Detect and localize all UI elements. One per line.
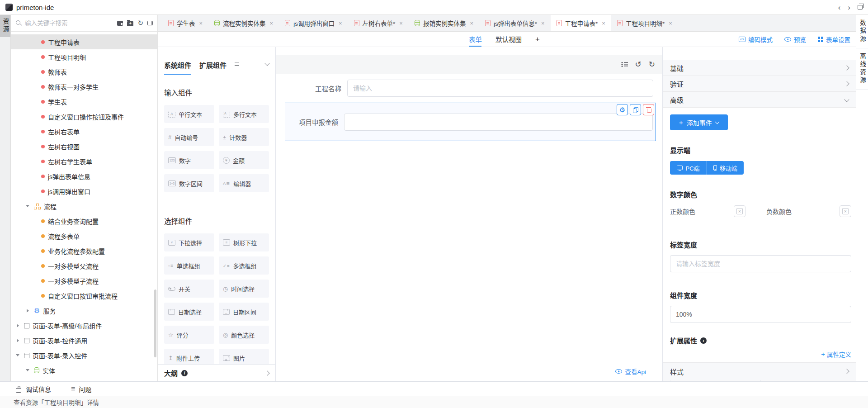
- form-field-project-name[interactable]: 工程名称: [285, 80, 653, 97]
- tree-item[interactable]: 页面-表单-控件通用: [11, 333, 157, 348]
- file-tab[interactable]: 左树右表单*: [348, 15, 409, 31]
- palette-item[interactable]: 日期区间: [219, 303, 269, 321]
- tree-item[interactable]: 结合业务查询配置: [11, 213, 157, 228]
- tree-item[interactable]: 业务化流程参数配置: [11, 243, 157, 258]
- close-icon[interactable]: [541, 20, 545, 26]
- field-input[interactable]: [347, 80, 653, 97]
- tree-item[interactable]: 教师表一对多学生: [11, 79, 157, 94]
- tree-scrollbar[interactable]: [154, 289, 156, 357]
- add-event-button[interactable]: 添加事件: [670, 114, 728, 130]
- new-model-icon[interactable]: [117, 21, 123, 26]
- tree-item[interactable]: 流程多表单: [11, 228, 157, 243]
- close-icon[interactable]: [669, 20, 672, 26]
- expander-icon[interactable]: [14, 354, 21, 356]
- tree-item[interactable]: 工程申请表: [11, 34, 157, 49]
- palette-item[interactable]: 开关: [164, 280, 214, 298]
- file-tab[interactable]: 学生表: [162, 15, 208, 31]
- refresh-icon[interactable]: [137, 19, 143, 27]
- palette-item[interactable]: 时间选择: [219, 280, 269, 298]
- tree-item[interactable]: 页面-表单-高级/布局组件: [11, 318, 157, 333]
- form-settings-button[interactable]: 表单设置: [818, 35, 850, 44]
- inspector-accordion[interactable]: 基础: [663, 60, 856, 76]
- tree-item[interactable]: 自定义窗口操作按钮及事件: [11, 109, 157, 124]
- rail-tab[interactable]: 离线资源: [856, 48, 868, 90]
- file-tab[interactable]: js弹出表单信息*: [479, 15, 551, 31]
- tree-item[interactable]: 左树右表单: [11, 124, 157, 139]
- form-field-declared-amount[interactable]: 项目申报金额: [285, 103, 656, 141]
- menu-icon[interactable]: [235, 62, 239, 66]
- add-view-button[interactable]: +: [535, 32, 540, 47]
- widget-settings-button[interactable]: [617, 104, 628, 115]
- code-mode-button[interactable]: 编码模式: [739, 35, 773, 44]
- style-accordion[interactable]: 样式: [663, 362, 856, 380]
- redo-icon[interactable]: [649, 61, 655, 68]
- palette-item[interactable]: 单选框组: [164, 256, 214, 275]
- palette-item[interactable]: 日期选择: [164, 303, 214, 321]
- window-restore-icon[interactable]: [858, 5, 863, 9]
- debug-info-tab[interactable]: 调试信息: [15, 384, 51, 394]
- component-width-input[interactable]: [670, 306, 851, 323]
- tree-item[interactable]: 教师表: [11, 64, 157, 79]
- palette-item[interactable]: 评分: [164, 326, 214, 344]
- field-input[interactable]: [344, 114, 653, 131]
- negative-color-picker[interactable]: [840, 205, 851, 217]
- tab-form[interactable]: 表单: [469, 32, 482, 47]
- expander-icon[interactable]: [24, 309, 31, 313]
- tree-item[interactable]: js调用弹出窗口: [11, 184, 157, 199]
- widget-copy-button[interactable]: [630, 104, 641, 115]
- add-property-link[interactable]: 属性定义: [670, 350, 851, 359]
- expander-icon[interactable]: [14, 324, 21, 327]
- file-tab[interactable]: 报销实例实体集: [409, 15, 479, 31]
- palette-item[interactable]: 单行文本: [164, 105, 214, 123]
- palette-item[interactable]: 计数器: [219, 128, 269, 146]
- file-tab[interactable]: 工程项目明细*: [611, 15, 678, 31]
- close-icon[interactable]: [270, 20, 274, 26]
- outline-icon[interactable]: [621, 62, 628, 67]
- preview-button[interactable]: 预览: [784, 35, 806, 44]
- palette-item[interactable]: 金额: [219, 151, 269, 169]
- label-width-input[interactable]: [670, 255, 851, 272]
- file-tab[interactable]: js调用弹出窗口: [279, 15, 348, 31]
- chevron-down-icon[interactable]: [264, 61, 269, 66]
- outline-bar[interactable]: 大纲: [158, 364, 275, 381]
- tab-system-components[interactable]: 系统组件: [164, 60, 191, 75]
- search-input[interactable]: [25, 20, 114, 27]
- tree-item[interactable]: 服务: [11, 303, 157, 318]
- inspector-accordion[interactable]: 验证: [663, 76, 856, 92]
- positive-color-picker[interactable]: [734, 205, 745, 217]
- palette-item[interactable]: 多选框组: [219, 256, 269, 275]
- view-api-link[interactable]: 查看Api: [615, 367, 646, 376]
- palette-item[interactable]: 数字区间: [164, 174, 214, 192]
- palette-item[interactable]: 树形下拉: [219, 233, 269, 251]
- tree-item[interactable]: 工程项目明细: [11, 49, 157, 64]
- expander-icon[interactable]: [24, 205, 31, 207]
- palette-item[interactable]: 下拉选择: [164, 233, 214, 251]
- mobile-button[interactable]: 移动端: [707, 161, 744, 175]
- palette-item[interactable]: 颜色选择: [219, 326, 269, 344]
- tree-item[interactable]: 实体: [11, 363, 157, 378]
- tree-item[interactable]: 左树右视图: [11, 139, 157, 154]
- tree-item[interactable]: 左树右学生表单: [11, 154, 157, 169]
- close-icon[interactable]: [339, 20, 342, 26]
- inspector-accordion[interactable]: 高级: [663, 92, 856, 108]
- close-icon[interactable]: [470, 20, 473, 26]
- close-icon[interactable]: [399, 20, 403, 26]
- chevron-right-icon[interactable]: [264, 370, 269, 375]
- pc-button[interactable]: PC端: [670, 161, 707, 175]
- palette-item[interactable]: 自动编号: [164, 128, 214, 146]
- tree-item[interactable]: 一对多模型子流程: [11, 273, 157, 288]
- tree-item[interactable]: 一对多模型父流程: [11, 258, 157, 273]
- palette-item[interactable]: 数字: [164, 151, 214, 169]
- rail-tab[interactable]: 数据源: [856, 15, 868, 48]
- palette-item[interactable]: 多行文本: [219, 105, 269, 123]
- problems-tab[interactable]: 问题: [71, 384, 91, 394]
- tree-item[interactable]: 学生表: [11, 94, 157, 109]
- file-tab[interactable]: 工程申请表*: [551, 15, 611, 31]
- rail-tab-resources[interactable]: 资源: [0, 15, 10, 37]
- undo-icon[interactable]: [635, 61, 642, 68]
- new-folder-icon[interactable]: [127, 21, 133, 26]
- close-icon[interactable]: [602, 20, 605, 26]
- tab-extension-components[interactable]: 扩展组件: [199, 60, 226, 75]
- tree-item[interactable]: 页面-表单-录入控件: [11, 348, 157, 363]
- collapse-panel-icon[interactable]: [147, 21, 153, 25]
